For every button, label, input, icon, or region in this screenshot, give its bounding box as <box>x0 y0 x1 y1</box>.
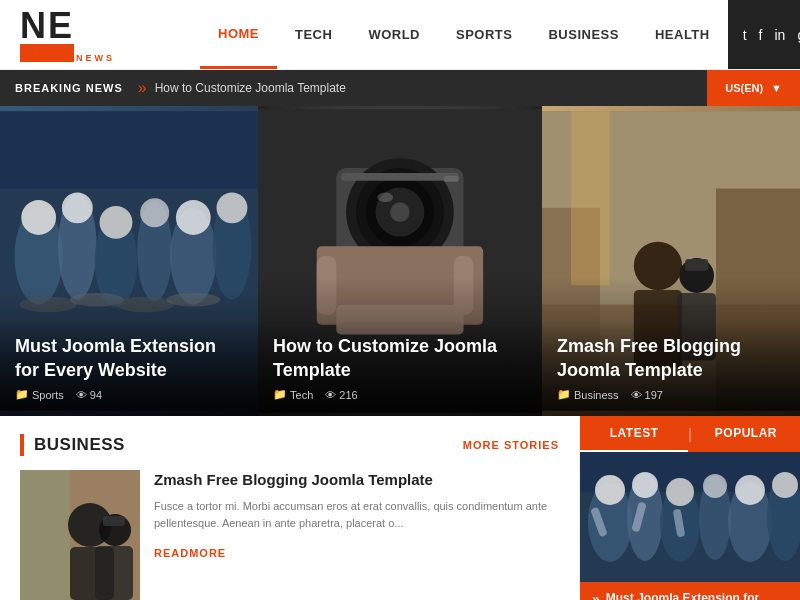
section-accent <box>20 434 24 456</box>
language-dropdown[interactable]: US(EN) ▼ <box>707 70 800 106</box>
article-content: Zmash Free Blogging Joomla Template Fusc… <box>154 470 559 600</box>
sidebar: LATEST | POPULAR <box>580 416 800 600</box>
article-thumbnail <box>20 470 140 600</box>
facebook-icon[interactable]: f <box>759 27 763 43</box>
nav-sports[interactable]: SPORTS <box>438 0 530 69</box>
hero-card-business[interactable]: Zmash Free Blogging Joomla Template 📁 Bu… <box>542 106 800 416</box>
article-excerpt: Fusce a tortor mi. Morbi accumsan eros a… <box>154 498 559 533</box>
article-thumb-image <box>20 470 140 600</box>
section-header: BUSINESS MORE STORIES <box>20 434 559 456</box>
language-label: US(EN) <box>725 82 763 94</box>
svg-point-62 <box>666 478 694 506</box>
logo-tagline: NEWS <box>76 53 115 69</box>
social-bar: t f in g+ ⊕ <box>728 0 800 69</box>
svg-point-63 <box>703 474 727 498</box>
views-icon: 👁 <box>325 389 336 401</box>
hero-card-sports[interactable]: Must Joomla Extension for Every Website … <box>0 106 258 416</box>
article-title: Zmash Free Blogging Joomla Template <box>154 470 559 490</box>
breaking-news-text: How to Customize Joomla Template <box>155 81 708 95</box>
nav-world[interactable]: WORLD <box>350 0 438 69</box>
svg-point-60 <box>595 475 625 505</box>
sidebar-tab-latest[interactable]: LATEST <box>580 416 688 452</box>
hero-card-tech-meta: 📁 Tech 👁 216 <box>273 388 527 401</box>
logo: NEXT NEWS <box>0 0 200 69</box>
svg-point-61 <box>632 472 658 498</box>
dropdown-arrow-icon: ▼ <box>771 82 782 94</box>
sidebar-tab-popular[interactable]: POPULAR <box>692 416 800 452</box>
svg-rect-51 <box>95 546 133 600</box>
hero-card-tech-title: How to Customize Joomla Template <box>273 335 527 382</box>
breaking-news-label: BREAKING NEWS <box>0 82 138 94</box>
linkedin-icon[interactable]: in <box>774 27 785 43</box>
views-icon: 👁 <box>76 389 87 401</box>
nav-tech[interactable]: TECH <box>277 0 350 69</box>
folder-icon: 📁 <box>273 388 287 401</box>
logo-text: NEXT <box>20 8 74 62</box>
svg-rect-50 <box>103 516 125 526</box>
section-title: BUSINESS <box>34 435 125 455</box>
folder-icon: 📁 <box>557 388 571 401</box>
svg-point-64 <box>735 475 765 505</box>
article-row: Zmash Free Blogging Joomla Template Fusc… <box>20 470 559 600</box>
svg-rect-46 <box>20 470 70 600</box>
hero-card-business-title: Zmash Free Blogging Joomla Template <box>557 335 785 382</box>
hero-section: Must Joomla Extension for Every Website … <box>0 106 800 416</box>
sidebar-featured-image <box>580 452 800 582</box>
hero-card-sports-meta: 📁 Sports 👁 94 <box>15 388 243 401</box>
svg-point-65 <box>772 472 798 498</box>
main-nav: HOME TECH WORLD SPORTS BUSINESS HEALTH <box>200 0 728 69</box>
hero-card-sports-title: Must Joomla Extension for Every Website <box>15 335 243 382</box>
nav-home[interactable]: HOME <box>200 0 277 69</box>
views-icon: 👁 <box>631 389 642 401</box>
more-stories-link[interactable]: MORE STORIES <box>463 439 559 451</box>
sidebar-article-title: » Must Joomla Extension for Every Websit… <box>580 582 800 600</box>
sidebar-article-text: Must Joomla Extension for Every Website <box>606 590 788 600</box>
sidebar-tabs: LATEST | POPULAR <box>580 416 800 452</box>
nav-health[interactable]: HEALTH <box>637 0 728 69</box>
bottom-section: BUSINESS MORE STORIES <box>0 416 800 600</box>
section-title-bar: BUSINESS <box>20 434 125 456</box>
business-articles-section: BUSINESS MORE STORIES <box>0 416 580 600</box>
logo-box: XT <box>20 44 74 62</box>
breaking-news-bar: BREAKING NEWS » How to Customize Joomla … <box>0 70 800 106</box>
twitter-icon[interactable]: t <box>743 27 747 43</box>
breaking-arrow-icon: » <box>138 79 147 97</box>
readmore-link[interactable]: READMORE <box>154 547 226 559</box>
folder-icon: 📁 <box>15 388 29 401</box>
sidebar-arrow-icon: » <box>592 590 600 600</box>
hero-card-business-meta: 📁 Business 👁 197 <box>557 388 785 401</box>
nav-business[interactable]: BUSINESS <box>530 0 636 69</box>
hero-card-tech[interactable]: How to Customize Joomla Template 📁 Tech … <box>258 106 542 416</box>
